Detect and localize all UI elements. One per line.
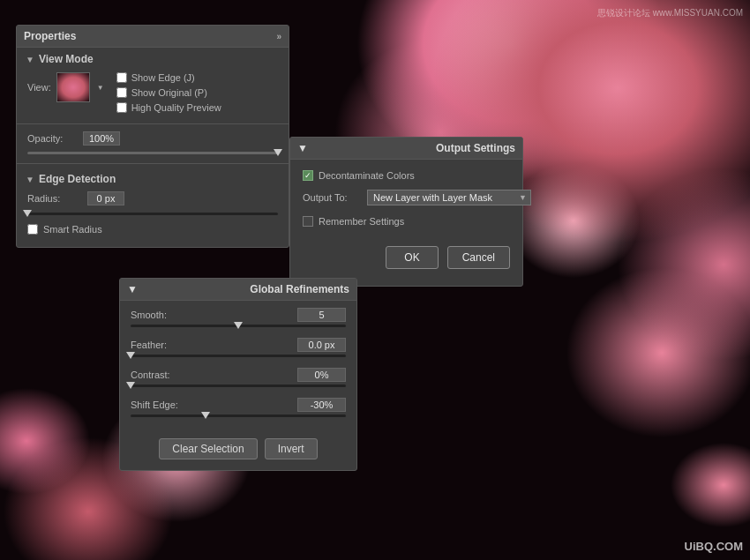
shift-edge-slider-track[interactable] (131, 414, 346, 417)
checkboxes-col: Show Edge (J) Show Original (P) High Qua… (116, 72, 221, 113)
shift-edge-slider-thumb[interactable] (201, 412, 210, 419)
opacity-value[interactable]: 100% (83, 131, 120, 146)
view-thumbnail[interactable] (56, 72, 90, 102)
view-mode-section: View: ▼ Show Edge (J) Show Original (P) … (17, 69, 289, 120)
smooth-value[interactable]: 5 (297, 308, 346, 322)
ok-cancel-row: OK Cancel (290, 235, 522, 273)
edge-detection-label: Edge Detection (39, 173, 116, 185)
output-to-dropdown-wrapper: New Layer with Layer Mask Selection Laye… (367, 190, 531, 205)
ok-button[interactable]: OK (386, 246, 438, 269)
radius-slider-container (17, 208, 289, 220)
show-edge-checkbox[interactable] (116, 72, 127, 83)
show-original-checkbox[interactable] (116, 87, 127, 98)
opacity-label: Opacity: (27, 133, 76, 144)
opacity-slider-container (17, 147, 289, 160)
output-arrow: ▼ (297, 142, 308, 154)
smart-radius-label: Smart Radius (43, 224, 102, 235)
view-label-col: View: ▼ (27, 72, 104, 102)
radius-slider-track[interactable] (27, 213, 278, 215)
shift-edge-row: Shift Edge: -30% (131, 394, 346, 413)
view-dropdown-arrow[interactable]: ▼ (97, 84, 104, 92)
output-to-select[interactable]: New Layer with Layer Mask Selection Laye… (367, 190, 531, 205)
collapse-arrows[interactable]: » (276, 32, 281, 41)
radius-row: Radius: 0 px (17, 189, 289, 208)
watermark-top: 思锐设计论坛 www.MISSYUAN.COM (597, 7, 743, 19)
feather-value[interactable]: 0.0 px (297, 338, 346, 352)
properties-panel: Properties » ▼ View Mode View: ▼ Show Ed… (16, 25, 289, 248)
watermark-bottom-text: UiBQ.COM (685, 540, 743, 553)
smart-radius-row[interactable]: Smart Radius (17, 220, 289, 238)
opacity-row: Opacity: 100% (17, 128, 289, 147)
smooth-slider-thumb[interactable] (234, 322, 243, 329)
divider-1 (17, 123, 289, 124)
remember-checkbox[interactable] (303, 216, 313, 227)
output-title-bar: ▼ Output Settings (290, 138, 522, 160)
high-quality-label: High Quality Preview (131, 102, 221, 113)
opacity-slider-thumb[interactable] (274, 149, 282, 156)
view-text: View: (27, 82, 51, 93)
output-title: Output Settings (436, 142, 515, 154)
refinements-arrow: ▼ (127, 283, 138, 295)
contrast-label: Contrast: (131, 370, 170, 380)
invert-button[interactable]: Invert (265, 438, 318, 459)
watermark-bottom: UiBQ.COM (685, 540, 743, 553)
feather-row: Feather: 0.0 px (131, 334, 346, 353)
opacity-slider-fill (27, 152, 278, 154)
high-quality-row[interactable]: High Quality Preview (116, 102, 221, 113)
contrast-slider-thumb[interactable] (126, 382, 135, 389)
decontaminate-label: Decontaminate Colors (319, 170, 415, 181)
view-row-label: View: ▼ (27, 72, 104, 102)
properties-title: Properties (24, 30, 76, 42)
view-mode-arrow: ▼ (26, 55, 34, 64)
view-mode-top: View: ▼ Show Edge (J) Show Original (P) … (27, 72, 278, 113)
refinements-title: Global Refinements (250, 283, 349, 295)
view-mode-label: View Mode (39, 53, 94, 65)
show-edge-label: Show Edge (J) (131, 72, 195, 83)
decontaminate-row[interactable]: ✓ Decontaminate Colors (303, 167, 510, 184)
smooth-label: Smooth: (131, 310, 167, 320)
radius-slider-thumb[interactable] (23, 210, 32, 217)
remember-settings-row[interactable]: Remember Settings (303, 211, 510, 228)
smart-radius-checkbox[interactable] (27, 224, 38, 235)
refinements-title-bar: ▼ Global Refinements (120, 279, 356, 301)
clear-selection-button[interactable]: Clear Selection (159, 438, 257, 459)
remember-label: Remember Settings (319, 216, 404, 227)
show-original-label: Show Original (P) (131, 87, 207, 98)
smooth-row: Smooth: 5 (131, 304, 346, 323)
output-to-label: Output To: (303, 192, 360, 203)
shift-edge-label: Shift Edge: (131, 399, 178, 410)
show-original-row[interactable]: Show Original (P) (116, 87, 221, 98)
cancel-button[interactable]: Cancel (447, 246, 510, 269)
properties-title-bar: Properties » (17, 26, 289, 48)
high-quality-checkbox[interactable] (116, 102, 127, 113)
divider-2 (17, 163, 289, 164)
contrast-value[interactable]: 0% (297, 368, 346, 382)
output-section: ✓ Decontaminate Colors Output To: New La… (290, 160, 522, 235)
show-edge-row[interactable]: Show Edge (J) (116, 72, 221, 83)
output-to-row: Output To: New Layer with Layer Mask Sel… (303, 184, 510, 211)
contrast-slider-track[interactable] (131, 385, 346, 387)
view-mode-header: ▼ View Mode (17, 48, 289, 69)
feather-slider-track[interactable] (131, 355, 346, 357)
global-refinements-panel: ▼ Global Refinements Smooth: 5 Feather: … (119, 278, 357, 471)
feather-slider-thumb[interactable] (126, 352, 135, 359)
radius-value[interactable]: 0 px (87, 191, 124, 205)
refinements-section: Smooth: 5 Feather: 0.0 px Contrast: 0% S… (120, 301, 356, 431)
watermark-top-text: 思锐设计论坛 www.MISSYUAN.COM (597, 8, 743, 18)
radius-label: Radius: (27, 193, 80, 204)
opacity-slider-track[interactable] (27, 152, 278, 154)
edge-detection-header: ▼ Edge Detection (17, 168, 289, 189)
output-settings-panel: ▼ Output Settings ✓ Decontaminate Colors… (289, 137, 523, 287)
feather-label: Feather: (131, 340, 167, 350)
edge-detection-arrow: ▼ (26, 175, 34, 184)
shift-edge-value[interactable]: -30% (297, 398, 346, 412)
smooth-slider-track[interactable] (131, 325, 346, 327)
decontaminate-checkbox-checked[interactable]: ✓ (303, 170, 313, 181)
bottom-buttons: Clear Selection Invert (120, 431, 356, 461)
contrast-row: Contrast: 0% (131, 364, 346, 383)
